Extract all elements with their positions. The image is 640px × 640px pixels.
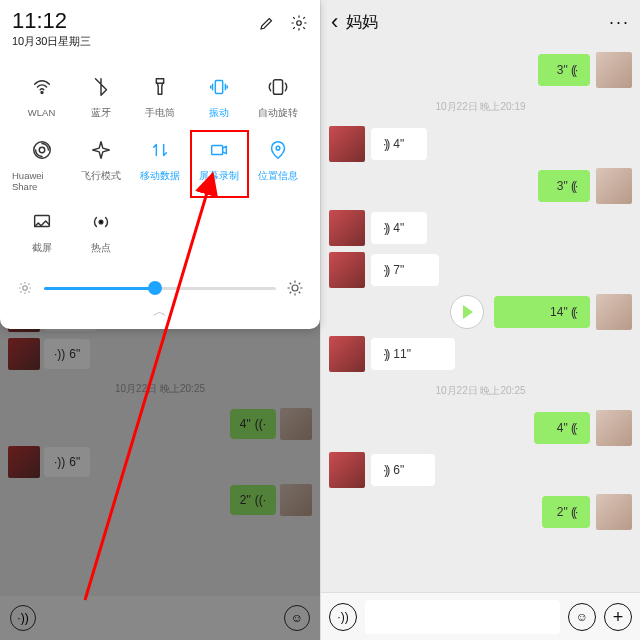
svg-rect-4: [274, 80, 283, 95]
tile-screen-record[interactable]: 屏幕录制: [190, 130, 249, 198]
tile-bluetooth[interactable]: 蓝牙: [71, 67, 130, 126]
flashlight-icon: [146, 73, 174, 101]
tile-label: 截屏: [32, 242, 52, 255]
avatar: [329, 252, 365, 288]
share-icon: [28, 136, 56, 164]
svg-rect-3: [216, 81, 223, 94]
voice-duration: 4": [393, 137, 404, 151]
voice-input-button[interactable]: ·)): [329, 603, 357, 631]
voice-duration: 7": [393, 263, 404, 277]
rotate-icon: [264, 73, 292, 101]
voice-message[interactable]: ·))7": [321, 252, 640, 288]
voice-message[interactable]: ·))3": [321, 168, 640, 204]
svg-point-8: [277, 146, 281, 150]
tile-label: WLAN: [28, 107, 55, 118]
tile-label: 自动旋转: [258, 107, 298, 120]
tile-label: 蓝牙: [91, 107, 111, 120]
voice-message[interactable]: ·))6": [321, 452, 640, 488]
avatar: [329, 126, 365, 162]
avatar: [596, 52, 632, 88]
svg-point-5: [39, 147, 45, 153]
screenshot-icon: [28, 208, 56, 236]
voice-duration: 3": [557, 63, 568, 77]
tile-wlan[interactable]: WLAN: [12, 67, 71, 126]
avatar: [596, 410, 632, 446]
sound-wave-icon: ·)): [383, 463, 388, 477]
timestamp: 10月22日 晚上20:25: [321, 378, 640, 404]
voice-message[interactable]: ·))4": [321, 210, 640, 246]
sound-wave-icon: ·)): [383, 347, 388, 361]
chat-title: 妈妈: [346, 12, 609, 33]
brightness-high-icon: [286, 279, 304, 297]
collapse-handle[interactable]: ︿: [12, 301, 308, 325]
data-icon: [146, 136, 174, 164]
text-input[interactable]: [365, 600, 560, 634]
edit-icon[interactable]: [258, 14, 276, 36]
date-label: 10月30日星期三: [12, 34, 91, 49]
plane-icon: [87, 136, 115, 164]
bluetooth-icon: [87, 73, 115, 101]
avatar: [329, 210, 365, 246]
avatar: [596, 168, 632, 204]
pin-icon: [264, 136, 292, 164]
tile-label: 飞行模式: [81, 170, 121, 183]
tile-screenshot[interactable]: 截屏: [12, 202, 71, 261]
tile-hotspot[interactable]: 热点: [71, 202, 130, 261]
tile-auto-rotate[interactable]: 自动旋转: [249, 67, 308, 126]
sound-wave-icon: ·)): [573, 421, 578, 435]
tile-label: 手电筒: [145, 107, 175, 120]
tile-location[interactable]: 位置信息: [249, 130, 308, 198]
chat-input-bar: ·)) ☺ +: [321, 592, 640, 640]
voice-duration: 4": [557, 421, 568, 435]
emoji-button[interactable]: ☺: [568, 603, 596, 631]
svg-rect-7: [212, 145, 223, 154]
tile-mobile-data[interactable]: 移动数据: [130, 130, 189, 198]
svg-point-1: [41, 92, 43, 94]
brightness-slider[interactable]: [44, 287, 276, 290]
play-button[interactable]: [450, 295, 484, 329]
vibrate-icon: [205, 73, 233, 101]
svg-point-11: [23, 286, 28, 291]
tile-huawei-share[interactable]: Huawei Share: [12, 130, 71, 198]
timestamp: 10月22日 晚上20:19: [321, 94, 640, 120]
voice-duration: 2": [557, 505, 568, 519]
voice-message[interactable]: ·))4": [321, 126, 640, 162]
tile-label: 热点: [91, 242, 111, 255]
sound-wave-icon: ·)): [383, 137, 388, 151]
tile-label: 位置信息: [258, 170, 298, 183]
wifi-icon: [28, 73, 56, 101]
chat-header: ‹ 妈妈 ···: [321, 0, 640, 44]
hotspot-icon: [87, 208, 115, 236]
tile-label: 移动数据: [140, 170, 180, 183]
svg-point-10: [99, 220, 103, 224]
right-screenshot: ‹ 妈妈 ··· ·))3"10月22日 晚上20:19·))4"·))3"·)…: [320, 0, 640, 640]
gear-icon[interactable]: [290, 14, 308, 36]
tile-flashlight[interactable]: 手电筒: [130, 67, 189, 126]
clock: 11:12: [12, 10, 91, 32]
voice-duration: 14": [550, 305, 568, 319]
tile-label: 屏幕录制: [199, 170, 239, 183]
voice-message[interactable]: ·))14": [321, 294, 640, 330]
voice-duration: 4": [393, 221, 404, 235]
sound-wave-icon: ·)): [383, 221, 388, 235]
back-icon[interactable]: ‹: [331, 9, 346, 35]
more-icon[interactable]: ···: [609, 12, 630, 33]
tile-airplane[interactable]: 飞行模式: [71, 130, 130, 198]
quick-settings-panel: 11:12 10月30日星期三 WLAN蓝牙手电筒振动自动旋转Huawei Sh…: [0, 0, 320, 329]
voice-duration: 3": [557, 179, 568, 193]
svg-point-0: [297, 21, 302, 26]
voice-message[interactable]: ·))3": [321, 52, 640, 88]
attach-button[interactable]: +: [604, 603, 632, 631]
avatar: [596, 494, 632, 530]
tile-label: Huawei Share: [12, 170, 71, 192]
voice-message[interactable]: ·))11": [321, 336, 640, 372]
svg-point-12: [292, 285, 298, 291]
sound-wave-icon: ·)): [383, 263, 388, 277]
voice-message[interactable]: ·))2": [321, 494, 640, 530]
avatar: [596, 294, 632, 330]
brightness-slider-row: [12, 279, 308, 297]
voice-duration: 11": [393, 347, 411, 361]
tile-vibrate[interactable]: 振动: [190, 67, 249, 126]
voice-message[interactable]: ·))4": [321, 410, 640, 446]
brightness-low-icon: [16, 279, 34, 297]
